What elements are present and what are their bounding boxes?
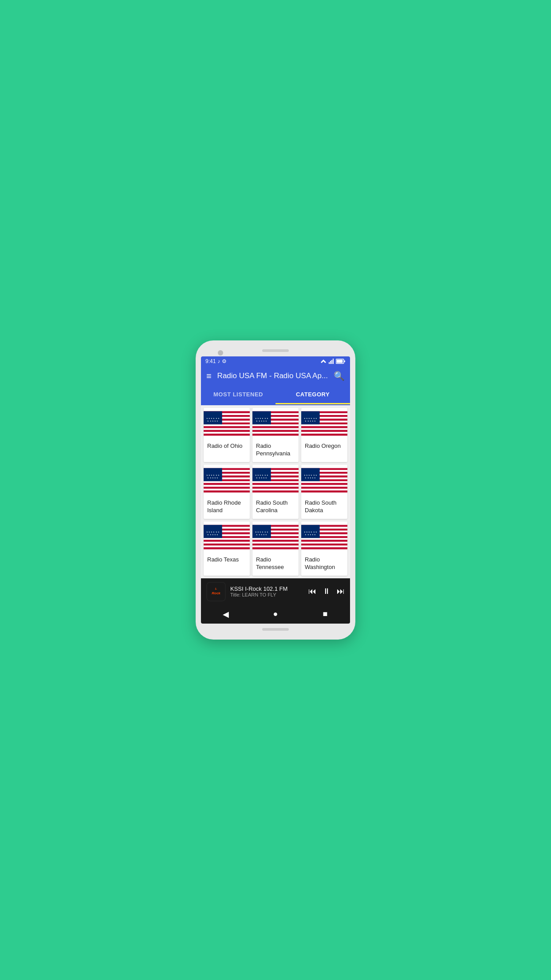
svg-rect-113	[204, 540, 250, 541]
nav-home-button[interactable]: ●	[269, 609, 282, 619]
flag-south-dakota: ★ ★ ★ ★ ★ ★ ★ ★ ★ ★ ★	[301, 465, 347, 496]
svg-text:★ ★ ★ ★ ★: ★ ★ ★ ★ ★	[207, 533, 218, 536]
nav-recent-button[interactable]: ■	[319, 609, 332, 619]
svg-rect-148	[301, 545, 347, 547]
svg-text:★ ★ ★ ★ ★ ★: ★ ★ ★ ★ ★ ★	[206, 531, 220, 533]
list-item[interactable]: ★ ★ ★ ★ ★ ★ ★ ★ ★ ★ ★ Radio South Dakota	[301, 465, 347, 519]
svg-rect-1	[329, 362, 330, 364]
svg-rect-80	[252, 481, 299, 483]
pause-button[interactable]: ⏸	[323, 587, 331, 596]
svg-rect-20	[204, 432, 250, 434]
svg-rect-64	[204, 481, 250, 483]
svg-rect-68	[204, 489, 250, 490]
station-name-pennsylvania: Radio Pennsylvania	[252, 439, 299, 462]
svg-text:★ ★ ★ ★ ★ ★: ★ ★ ★ ★ ★ ★	[304, 417, 317, 419]
camera	[218, 350, 223, 356]
list-item[interactable]: ★ ★ ★ ★ ★ ★ ★ ★ ★ ★ ★ Radio Pennsylvania	[252, 408, 299, 462]
station-name-ohio: Radio of Ohio	[204, 439, 250, 454]
svg-rect-2	[330, 361, 331, 364]
svg-rect-112	[204, 538, 250, 540]
svg-rect-67	[204, 487, 250, 489]
signal-icon	[329, 359, 334, 364]
svg-text:★ ★ ★ ★ ★: ★ ★ ★ ★ ★	[305, 533, 316, 536]
svg-rect-17	[204, 427, 250, 428]
music-icon: ♪	[217, 358, 220, 364]
station-name-south-carolina: Radio South Carolina	[252, 496, 299, 519]
svg-rect-117	[204, 547, 250, 549]
settings-status-icon: ⚙	[222, 358, 227, 364]
tab-most-listened[interactable]: MOST LISTENED	[201, 386, 276, 404]
svg-rect-49	[301, 427, 347, 428]
tabs: MOST LISTENED CATEGORY	[201, 386, 350, 405]
svg-rect-51	[301, 430, 347, 432]
station-name-oregon: Radio Oregon	[301, 439, 347, 454]
svg-rect-3	[331, 360, 332, 364]
svg-rect-85	[252, 490, 299, 492]
svg-text:★ ★ ★ ★ ★ ★: ★ ★ ★ ★ ★ ★	[255, 417, 268, 419]
flag-south-carolina: ★ ★ ★ ★ ★ ★ ★ ★ ★ ★ ★	[252, 465, 299, 496]
app-bar-title: Radio USA FM - Radio USA Ap...	[217, 371, 328, 380]
wifi-icon	[320, 359, 327, 364]
svg-rect-50	[301, 428, 347, 430]
svg-rect-133	[252, 547, 299, 549]
svg-text:★ ★ ★ ★ ★: ★ ★ ★ ★ ★	[207, 477, 218, 479]
svg-rect-37	[252, 434, 299, 435]
nav-back-button[interactable]: ◀	[219, 609, 232, 619]
svg-rect-144	[301, 538, 347, 540]
prev-button[interactable]: ⏮	[308, 587, 316, 596]
flag-rhode-island: ★ ★ ★ ★ ★ ★ ★ ★ ★ ★ ★	[204, 465, 250, 496]
station-name-tennessee: Radio Tennessee	[252, 553, 299, 576]
svg-text:★ ★ ★ ★ ★ ★: ★ ★ ★ ★ ★ ★	[206, 417, 220, 419]
svg-text:★ ★ ★ ★ ★: ★ ★ ★ ★ ★	[305, 477, 316, 479]
svg-rect-130	[252, 541, 299, 543]
player-bar: i- Rock KSSI I-Rock 102.1 FM Title: LEAR…	[201, 578, 350, 605]
list-item[interactable]: ★ ★ ★ ★ ★ ★ ★ ★ ★ ★ ★ Radio Rhode Island	[204, 465, 250, 519]
svg-rect-33	[252, 427, 299, 428]
player-logo: i- Rock	[206, 582, 226, 601]
svg-rect-82	[252, 485, 299, 487]
search-icon[interactable]: 🔍	[334, 371, 345, 381]
station-name-south-dakota: Radio South Dakota	[301, 496, 347, 519]
svg-rect-97	[301, 483, 347, 485]
menu-icon[interactable]: ≡	[206, 371, 212, 381]
battery-icon	[336, 359, 346, 364]
list-item[interactable]: ★ ★ ★ ★ ★ ★ ★ ★ ★ ★ ★ Radio Oregon	[301, 408, 347, 462]
svg-rect-69	[204, 490, 250, 492]
phone-screen: 9:41 ♪ ⚙	[201, 356, 350, 623]
svg-rect-146	[301, 541, 347, 543]
flag-oregon: ★ ★ ★ ★ ★ ★ ★ ★ ★ ★ ★	[301, 408, 347, 439]
list-item[interactable]: ★ ★ ★ ★ ★ ★ ★ ★ ★ ★ ★ Radio Tennessee	[252, 522, 299, 576]
list-item[interactable]: ★ ★ ★ ★ ★ ★ ★ ★ ★ ★ ★ Radio South Caroli…	[252, 465, 299, 519]
svg-rect-52	[301, 432, 347, 434]
list-item[interactable]: ★ ★ ★ ★ ★ ★ ★ ★ ★ ★ ★ Radio Washington	[301, 522, 347, 576]
svg-rect-115	[204, 544, 250, 545]
nav-bar: ◀ ● ■	[201, 605, 350, 624]
next-button[interactable]: ⏭	[337, 587, 345, 596]
svg-rect-19	[204, 430, 250, 432]
status-time: 9:41	[205, 358, 216, 364]
flag-texas: ★ ★ ★ ★ ★ ★ ★ ★ ★ ★ ★	[204, 522, 250, 553]
list-item[interactable]: ★ ★ ★ ★ ★ ★ ★ ★ ★ ★ ★ Radio of Ohio	[204, 408, 250, 462]
status-right	[320, 359, 346, 364]
svg-rect-34	[252, 428, 299, 430]
svg-rect-18	[204, 428, 250, 430]
flag-washington: ★ ★ ★ ★ ★ ★ ★ ★ ★ ★ ★	[301, 522, 347, 553]
svg-text:★ ★ ★ ★ ★ ★: ★ ★ ★ ★ ★ ★	[206, 474, 220, 476]
svg-rect-65	[204, 483, 250, 485]
status-left: 9:41 ♪ ⚙	[205, 358, 227, 364]
phone-frame: 9:41 ♪ ⚙	[196, 340, 355, 639]
station-name-texas: Radio Texas	[204, 553, 250, 568]
flag-tennessee: ★ ★ ★ ★ ★ ★ ★ ★ ★ ★ ★	[252, 522, 299, 553]
svg-rect-100	[301, 489, 347, 490]
player-controls: ⏮ ⏸ ⏭	[308, 587, 345, 596]
svg-text:★ ★ ★ ★ ★: ★ ★ ★ ★ ★	[256, 533, 267, 536]
svg-text:★ ★ ★ ★ ★: ★ ★ ★ ★ ★	[256, 420, 267, 422]
station-name-rhode-island: Radio Rhode Island	[204, 496, 250, 519]
svg-rect-35	[252, 430, 299, 432]
svg-rect-16	[204, 424, 250, 426]
svg-rect-6	[344, 360, 345, 362]
svg-rect-98	[301, 485, 347, 487]
tab-category[interactable]: CATEGORY	[276, 386, 350, 404]
list-item[interactable]: ★ ★ ★ ★ ★ ★ ★ ★ ★ ★ ★ Radio Texas	[204, 522, 250, 576]
svg-marker-0	[321, 360, 326, 363]
